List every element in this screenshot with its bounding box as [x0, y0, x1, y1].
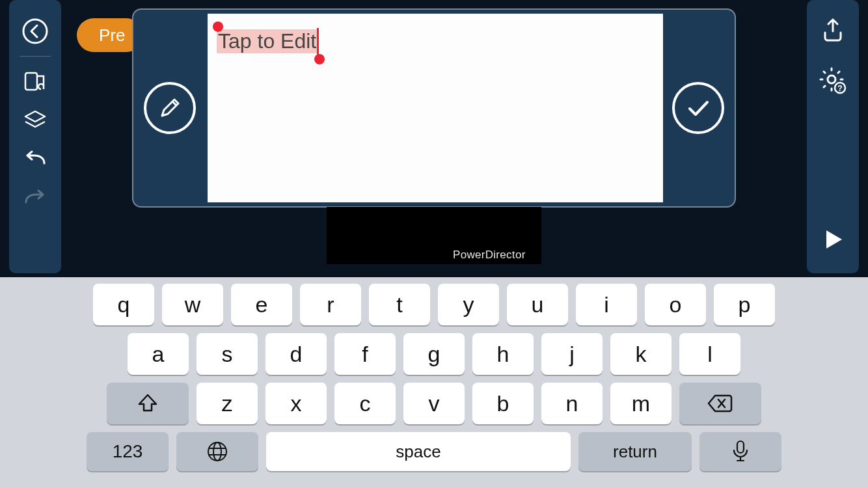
- key-t[interactable]: t: [369, 284, 430, 325]
- keyboard-row-1: q w e r t y u i o p: [0, 284, 868, 325]
- key-j[interactable]: j: [541, 333, 603, 375]
- text-canvas[interactable]: Tap to Edit: [208, 14, 663, 202]
- shift-icon: [137, 392, 159, 414]
- back-button[interactable]: [17, 13, 53, 49]
- globe-icon: [206, 441, 228, 463]
- svg-point-0: [23, 20, 47, 43]
- key-shift[interactable]: [107, 383, 189, 424]
- sidebar-left: [9, 0, 61, 273]
- edit-text-button[interactable]: [144, 82, 196, 134]
- export-icon: [820, 17, 846, 43]
- keyboard-row-3: z x c v b n m: [0, 383, 868, 424]
- play-icon: [820, 226, 846, 252]
- key-space[interactable]: space: [266, 432, 571, 471]
- settings-help-button[interactable]: ?: [815, 62, 851, 99]
- media-library-icon: [22, 68, 48, 94]
- redo-button[interactable]: [17, 180, 53, 217]
- keyboard-row-2: a s d f g h j k l: [0, 333, 868, 375]
- key-r[interactable]: r: [300, 284, 361, 325]
- key-z[interactable]: z: [197, 383, 258, 424]
- confirm-text-button[interactable]: [672, 82, 724, 134]
- key-y[interactable]: y: [438, 284, 499, 325]
- key-numeric[interactable]: 123: [87, 432, 169, 471]
- layers-button[interactable]: [17, 102, 53, 139]
- key-q[interactable]: q: [93, 284, 154, 325]
- sidebar-right: ?: [807, 0, 859, 273]
- text-cursor: [317, 28, 319, 55]
- key-e[interactable]: e: [231, 284, 292, 325]
- key-n[interactable]: n: [541, 383, 603, 424]
- key-u[interactable]: u: [507, 284, 568, 325]
- pencil-icon: [158, 96, 182, 120]
- editable-text: Tap to Edit: [218, 29, 316, 53]
- layers-icon: [22, 107, 48, 133]
- key-i[interactable]: i: [576, 284, 637, 325]
- key-g[interactable]: g: [403, 333, 465, 375]
- key-mic[interactable]: [699, 432, 781, 471]
- key-globe[interactable]: [176, 432, 258, 471]
- key-b[interactable]: b: [472, 383, 534, 424]
- svg-text:?: ?: [837, 84, 842, 93]
- premium-label: Pre: [99, 25, 125, 46]
- export-button[interactable]: [815, 12, 851, 48]
- svg-point-2: [828, 75, 835, 83]
- mic-icon: [732, 440, 749, 463]
- selection-handle-start[interactable]: [213, 21, 223, 32]
- keyboard-row-4: 123 space return: [0, 432, 868, 471]
- key-x[interactable]: x: [265, 383, 327, 424]
- key-k[interactable]: k: [610, 333, 671, 375]
- key-m[interactable]: m: [610, 383, 671, 424]
- key-c[interactable]: c: [334, 383, 396, 424]
- redo-icon: [22, 189, 48, 208]
- key-p[interactable]: p: [714, 284, 775, 325]
- undo-button[interactable]: [17, 141, 53, 178]
- key-l[interactable]: l: [679, 333, 740, 375]
- key-d[interactable]: d: [265, 333, 327, 375]
- media-library-button[interactable]: [17, 63, 53, 100]
- key-h[interactable]: h: [472, 333, 534, 375]
- key-v[interactable]: v: [403, 383, 465, 424]
- text-selection[interactable]: Tap to Edit: [217, 29, 318, 53]
- key-return[interactable]: return: [578, 432, 692, 471]
- svg-rect-7: [737, 441, 744, 453]
- svg-point-5: [208, 442, 226, 461]
- play-button[interactable]: [815, 221, 851, 258]
- key-a[interactable]: a: [128, 333, 189, 375]
- key-backspace[interactable]: [679, 383, 761, 424]
- key-f[interactable]: f: [334, 333, 396, 375]
- virtual-keyboard: q w e r t y u i o p a s d f g h j k l z …: [0, 277, 868, 488]
- settings-help-icon: ?: [819, 66, 847, 95]
- key-w[interactable]: w: [162, 284, 223, 325]
- undo-icon: [22, 150, 48, 169]
- divider: [20, 56, 51, 57]
- key-s[interactable]: s: [197, 333, 258, 375]
- selection-handle-end[interactable]: [314, 54, 325, 64]
- watermark-label: PowerDirector: [453, 249, 526, 262]
- key-o[interactable]: o: [645, 284, 706, 325]
- backspace-icon: [707, 394, 733, 413]
- svg-point-6: [213, 442, 221, 461]
- back-icon: [21, 18, 49, 45]
- check-icon: [685, 94, 712, 122]
- text-edit-panel: Tap to Edit: [132, 8, 736, 208]
- svg-rect-1: [25, 73, 37, 90]
